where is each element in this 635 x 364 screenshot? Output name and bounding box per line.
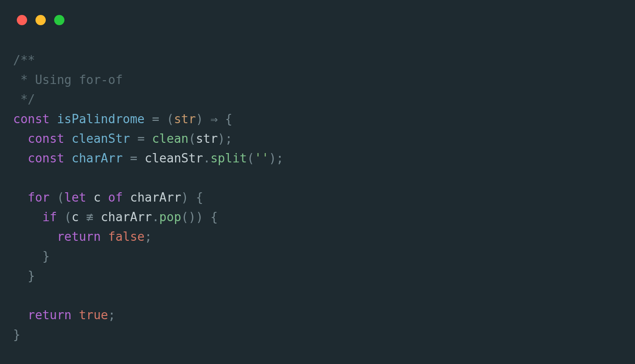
identifier: c [86,190,108,204]
comment-line: * Using for-of [13,73,123,87]
operator-assign: = [123,151,145,165]
space [101,230,108,244]
keyword-if: if [42,210,57,224]
titlebar [0,0,635,25]
semicolon: ; [108,308,116,322]
indent [13,269,28,283]
operator-assign: = [130,132,152,146]
keyword-const: const [13,112,49,126]
code-window: /** * Using for-of */ const isPalindrome… [0,0,635,364]
identifier: c [71,210,86,224]
string-literal: '' [254,151,269,165]
brace-open: { [203,210,218,224]
minimize-icon[interactable] [35,15,46,25]
boolean-literal: true [79,308,108,322]
paren-open: ( [189,132,196,146]
paren-close: ) [196,210,203,224]
indent [13,132,28,146]
indent [13,190,28,204]
code-block: /** * Using for-of */ const isPalindrome… [0,25,635,344]
space [57,210,64,224]
brace-close: } [42,249,50,263]
paren-open: ( [167,112,174,126]
indent [13,308,28,322]
space [71,308,79,322]
paren-close: ) [218,132,225,146]
comment-line: /** [13,53,35,67]
paren-close: ) [189,210,196,224]
brace-close: } [28,269,35,283]
boolean-literal: false [108,230,145,244]
keyword-const: const [28,151,64,165]
indent [13,151,28,165]
operator-assign: = [145,112,167,126]
paren-open: ( [247,151,254,165]
identifier: cleanStr [145,151,203,165]
keyword-return: return [28,308,71,322]
semicolon: ; [225,132,233,146]
keyword-for: for [28,190,49,204]
parameter: str [174,112,196,126]
paren-close: ) [269,151,276,165]
identifier: charArr [93,210,152,224]
maximize-icon[interactable] [54,15,64,25]
comment-line: */ [13,92,35,106]
keyword-return: return [57,230,101,244]
paren-open: ( [64,210,72,224]
identifier: charArr [123,190,181,204]
keyword-const: const [28,132,64,146]
method-call: split [211,151,247,165]
dot: . [203,151,211,165]
paren-open: ( [181,210,189,224]
indent [13,230,57,244]
paren-close: ) [181,190,189,204]
semicolon: ; [145,230,152,244]
brace-open: { [225,112,233,126]
function-call: clean [152,132,188,146]
brace-open: { [189,190,203,204]
space [49,190,57,204]
keyword-of: of [108,190,123,204]
brace-close: } [13,328,21,342]
semicolon: ; [276,151,284,165]
indent [13,210,42,224]
arrow-icon: ⇒ [203,112,225,126]
not-equal-icon: ≢ [86,210,94,224]
argument: str [196,132,218,146]
identifier: isPalindrome [57,112,145,126]
identifier: charArr [71,151,123,165]
identifier: cleanStr [71,132,130,146]
paren-open: ( [57,190,64,204]
close-icon[interactable] [17,15,27,25]
keyword-let: let [64,190,86,204]
indent [13,249,42,263]
method-call: pop [159,210,181,224]
paren-close: ) [196,112,203,126]
dot: . [152,210,159,224]
